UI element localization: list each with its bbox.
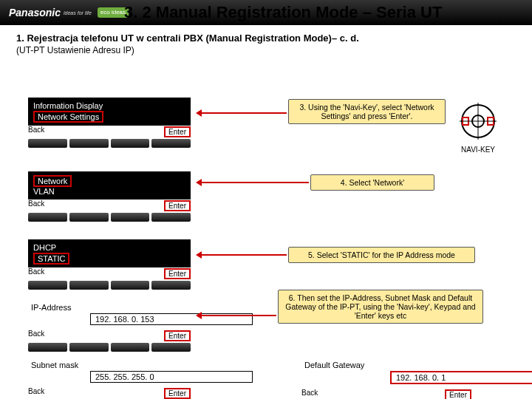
phone-display-gateway: Default Gateway 192. 168. 0. 1 BackEnter bbox=[301, 359, 471, 399]
softkey-enter: Enter bbox=[164, 126, 191, 137]
softkey-back: Back bbox=[28, 200, 44, 211]
screen-selection: Network bbox=[33, 175, 72, 187]
arrow-icon bbox=[198, 254, 287, 256]
softkey-back: Back bbox=[28, 267, 44, 279]
navi-key-label: NAVI-KEY bbox=[452, 146, 504, 154]
softkey-enter: Enter bbox=[164, 200, 191, 211]
hw-button bbox=[28, 281, 67, 290]
softkey-back: Back bbox=[301, 389, 318, 399]
hw-button bbox=[111, 139, 150, 148]
section-subheading: (UT-PT Ustawienie Adresu IP) bbox=[16, 45, 516, 55]
screen-line1: Information Display bbox=[33, 101, 185, 110]
arrow-icon bbox=[198, 112, 287, 114]
hw-button bbox=[111, 213, 150, 222]
hw-button bbox=[111, 343, 150, 352]
softkey-enter: Enter bbox=[445, 389, 471, 399]
phone-display-static: DHCP STATIC BackEnter bbox=[28, 239, 191, 290]
gateway-value: 192. 168. 0. 1 bbox=[390, 371, 532, 384]
hw-button bbox=[69, 343, 109, 352]
navi-key-icon bbox=[458, 101, 498, 141]
hw-button bbox=[111, 281, 150, 290]
hw-button bbox=[28, 213, 67, 222]
navi-key-diagram: NAVI-KEY bbox=[452, 101, 504, 154]
page-title: 3. 2 Manual Registration Mode – Seria UT bbox=[124, 3, 442, 22]
hw-button bbox=[28, 343, 67, 352]
section-heading: 1. Rejestracja telefonu UT w centrali PB… bbox=[16, 33, 516, 44]
screen-line2: VLAN bbox=[33, 187, 185, 196]
softkey-enter: Enter bbox=[164, 268, 191, 279]
callout-step6: 6. Then set the IP-Address, Subnet Mask … bbox=[278, 290, 483, 324]
field-label: IP-Address bbox=[28, 301, 191, 313]
hw-button bbox=[69, 281, 109, 290]
hw-button bbox=[151, 213, 191, 222]
hw-button bbox=[151, 139, 191, 148]
softkey-back: Back bbox=[28, 330, 44, 341]
hw-button bbox=[28, 139, 67, 148]
brand-logo: Panasonic bbox=[0, 7, 61, 18]
field-label: Default Gateway bbox=[301, 359, 471, 371]
softkey-enter: Enter bbox=[164, 388, 191, 399]
brand-tagline: ideas for life bbox=[64, 10, 92, 16]
field-label: Subnet mask bbox=[28, 359, 191, 371]
subnet-value: 255. 255. 255. 0 bbox=[90, 371, 253, 383]
hw-button bbox=[69, 213, 109, 222]
arrow-icon bbox=[198, 182, 309, 183]
callout-step3: 3. Using the 'Navi-Key', select 'Network… bbox=[288, 99, 446, 124]
softkey-back: Back bbox=[28, 126, 44, 137]
phone-display-network: Network VLAN BackEnter bbox=[28, 171, 191, 222]
hw-button bbox=[151, 281, 191, 290]
hw-button bbox=[69, 139, 109, 148]
arrow-icon bbox=[198, 315, 276, 316]
softkey-enter: Enter bbox=[164, 330, 191, 341]
phone-display-subnet: Subnet mask 255. 255. 255. 0 BackEnter bbox=[28, 359, 191, 399]
callout-step5: 5. Select 'STATIC' for the IP Address mo… bbox=[288, 247, 475, 263]
screen-line1: DHCP bbox=[33, 243, 185, 252]
softkey-back: Back bbox=[28, 387, 44, 399]
phone-display-network-settings: Information Display Network Settings Bac… bbox=[28, 98, 191, 148]
screen-selection: STATIC bbox=[33, 253, 69, 265]
hw-button bbox=[151, 343, 191, 352]
callout-step4: 4. Select 'Network' bbox=[310, 174, 434, 191]
phone-display-ip-address: IP-Address 192. 168. 0. 153 BackEnter bbox=[28, 301, 191, 352]
screen-selection: Network Settings bbox=[33, 111, 103, 123]
